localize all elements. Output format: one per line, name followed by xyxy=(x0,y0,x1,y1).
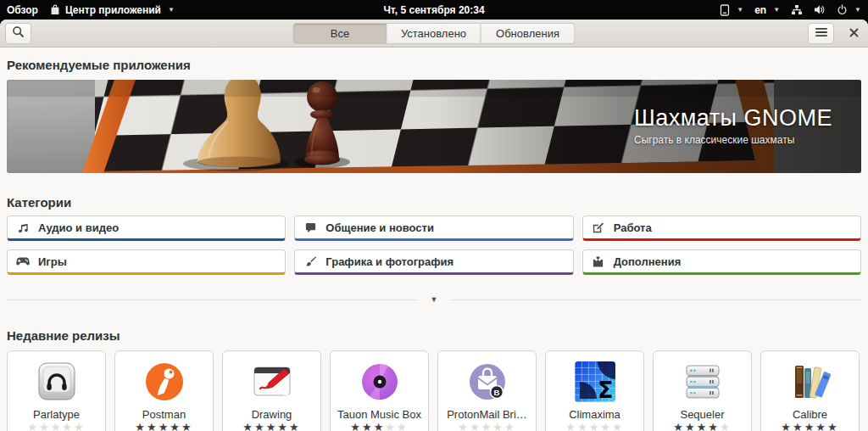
rating-stars: ★★★★★ xyxy=(350,422,408,431)
category-graphics-photography[interactable]: Графика и фотография xyxy=(294,249,573,275)
star-icon: ★ xyxy=(254,421,266,431)
category-games[interactable]: Игры xyxy=(7,249,286,275)
star-icon: ★ xyxy=(600,421,612,431)
star-icon: ★ xyxy=(815,421,827,431)
star-icon: ★ xyxy=(673,421,685,431)
clock[interactable]: Чт, 5 сентября 20:34 xyxy=(383,4,484,16)
app-tile-postman[interactable]: Postman ★★★★★ xyxy=(114,350,214,431)
category-work[interactable]: Работа xyxy=(582,216,861,241)
star-icon: ★ xyxy=(458,421,470,431)
svg-text:B: B xyxy=(493,388,499,397)
close-window-button[interactable] xyxy=(844,24,863,42)
app-tile-tauon-music-box[interactable]: Tauon Music Box ★★★★★ xyxy=(330,350,429,431)
app-tile-parlatype[interactable]: Parlatype ★★★★★ xyxy=(7,350,106,431)
star-icon: ★ xyxy=(481,421,493,431)
sigma-glyph: Σ xyxy=(598,377,613,402)
star-icon: ★ xyxy=(147,421,159,431)
star-icon: ★ xyxy=(289,421,301,431)
app-name: Calibre xyxy=(793,408,827,421)
gamepad-icon xyxy=(16,255,30,268)
protonmail-app-icon: B xyxy=(467,361,508,402)
featured-heading: Рекомендуемые приложения xyxy=(7,58,861,72)
shopping-bag-icon xyxy=(50,4,60,15)
tab-all[interactable]: Все xyxy=(293,23,387,44)
view-switcher: Все Установлено Обновления xyxy=(293,23,576,44)
rating-stars: ★★★★★ xyxy=(673,422,731,431)
category-audio-video[interactable]: Аудио и видео xyxy=(7,216,286,241)
featured-banner-gnome-chess[interactable]: Шахматы GNOME Сыграть в классические шах… xyxy=(7,80,861,173)
rating-stars: ★★★★★ xyxy=(565,422,623,431)
keyboard-layout-label: en xyxy=(754,4,766,16)
category-grid: Аудио и видео Общение и новости Работа xyxy=(7,216,861,275)
chevron-down-icon: ▼ xyxy=(431,295,438,304)
star-icon: ★ xyxy=(362,421,374,431)
rating-stars: ★★★★★ xyxy=(458,422,515,431)
tab-updates[interactable]: Обновления xyxy=(481,23,576,44)
chevron-down-icon: ▼ xyxy=(773,6,780,14)
star-icon: ★ xyxy=(565,421,577,431)
recent-releases-row: Parlatype ★★★★★ Postman ★★★★★ xyxy=(7,350,861,431)
postman-app-icon xyxy=(144,361,185,402)
app-tile-calibre[interactable]: Calibre ★★★★★ xyxy=(760,350,860,431)
app-tile-sequeler[interactable]: Sequeler ★★★★★ xyxy=(653,350,752,431)
overview-page: Рекомендуемые приложения xyxy=(0,58,868,431)
category-label: Дополнения xyxy=(614,255,682,268)
edit-icon xyxy=(592,221,605,234)
app-name: Climaxima xyxy=(569,408,620,421)
app-tile-drawing[interactable]: Drawing ★★★★★ xyxy=(222,350,321,431)
category-label: Графика и фотография xyxy=(326,255,453,268)
app-tile-protonmail-bridge[interactable]: B ProtonMail Bri… ★★★★★ xyxy=(437,350,537,431)
star-icon: ★ xyxy=(804,421,816,431)
star-icon: ★ xyxy=(51,421,63,431)
power-menu[interactable]: ▼ xyxy=(837,4,861,15)
app-tile-climaxima[interactable]: Σ Climaxima ★★★★★ xyxy=(545,350,644,431)
network-wired-icon[interactable] xyxy=(791,4,803,15)
category-label: Общение и новости xyxy=(326,221,434,234)
drawing-app-icon xyxy=(252,361,292,402)
category-communication-news[interactable]: Общение и новости xyxy=(294,216,573,241)
volume-icon[interactable] xyxy=(814,4,826,15)
calibre-app-icon xyxy=(790,361,831,402)
app-name: Sequeler xyxy=(680,408,724,421)
categories-expander: ▼ xyxy=(7,294,861,305)
power-icon xyxy=(837,4,848,15)
activities-button[interactable]: Обзор xyxy=(7,4,38,16)
primary-menu-button[interactable] xyxy=(808,23,834,44)
category-addons[interactable]: Дополнения xyxy=(582,249,861,275)
rating-stars: ★★★★★ xyxy=(781,422,838,431)
app-name: Parlatype xyxy=(33,408,80,421)
categories-heading: Категории xyxy=(7,195,861,210)
tablet-icon xyxy=(720,4,730,16)
climaxima-app-icon: Σ xyxy=(575,361,615,402)
star-icon: ★ xyxy=(277,421,289,431)
keyboard-layout-menu[interactable]: en ▼ xyxy=(754,4,780,16)
star-icon: ★ xyxy=(492,421,504,431)
expand-categories-button[interactable]: ▼ xyxy=(417,294,451,305)
headerbar: Все Установлено Обновления xyxy=(0,20,868,48)
star-icon: ★ xyxy=(74,421,86,431)
close-icon xyxy=(849,27,859,40)
parlatype-app-icon xyxy=(36,361,77,402)
app-name: ProtonMail Bri… xyxy=(447,408,527,421)
rating-stars: ★★★★★ xyxy=(242,422,300,431)
banner-title: Шахматы GNOME xyxy=(634,105,832,132)
category-label: Работа xyxy=(614,221,652,234)
star-icon: ★ xyxy=(350,421,362,431)
banner-subtitle: Сыграть в классические шахматы xyxy=(634,134,832,146)
star-icon: ★ xyxy=(589,421,601,431)
app-menu-button[interactable]: Центр приложений ▼ xyxy=(50,4,175,16)
hamburger-menu-icon xyxy=(815,27,827,40)
category-label: Аудио и видео xyxy=(38,221,119,234)
app-name: Tauon Music Box xyxy=(337,408,421,421)
star-icon: ★ xyxy=(170,421,181,431)
search-button[interactable] xyxy=(5,23,31,44)
star-icon: ★ xyxy=(793,421,804,431)
chevron-down-icon: ▼ xyxy=(168,6,175,14)
star-icon: ★ xyxy=(242,421,254,431)
screen: Обзор Центр приложений ▼ Чт, 5 сентября … xyxy=(0,0,868,431)
tab-installed[interactable]: Установлено xyxy=(387,23,481,44)
software-center-window: Все Установлено Обновления Рекомендуемы xyxy=(0,20,868,431)
star-icon: ★ xyxy=(181,421,193,431)
input-source-menu[interactable]: ▼ xyxy=(720,4,743,16)
gnome-top-bar: Обзор Центр приложений ▼ Чт, 5 сентября … xyxy=(0,0,868,20)
